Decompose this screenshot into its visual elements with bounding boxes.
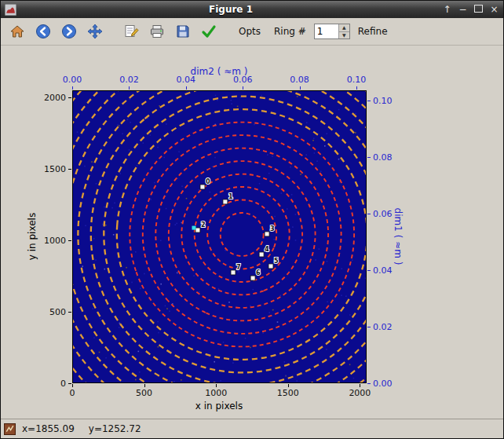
maximize-icon (474, 5, 483, 13)
tick-mark (356, 86, 357, 90)
plot-canvas[interactable]: 01234567 (72, 90, 367, 383)
tick-mark (360, 384, 360, 387)
svg-text:5: 5 (274, 258, 279, 265)
tick-label: 1500 (44, 163, 66, 174)
print-icon (149, 24, 165, 39)
tick-mark (72, 384, 73, 387)
ring-number-label: Ring # (268, 26, 312, 37)
svg-text:1: 1 (228, 193, 233, 200)
svg-text:4: 4 (265, 246, 269, 253)
tick-mark (186, 86, 187, 90)
figure-area[interactable]: 01234567 x in pixels y in pixels dim2 ( … (1, 46, 503, 419)
tick-mark (367, 270, 371, 271)
tick-mark (68, 97, 71, 98)
toolbar: Opts Ring # 1 ▲ ▼ Refine (1, 18, 503, 46)
tick-label: 0.00 (63, 75, 82, 85)
tick-label: 0.10 (347, 75, 367, 85)
ring-number-value[interactable]: 1 (315, 24, 338, 38)
window-controls: ↑ − × (442, 4, 499, 15)
tick-label: 0.08 (290, 75, 309, 85)
tick-label: 1000 (44, 235, 66, 245)
tick-mark (144, 384, 145, 387)
tick-mark (68, 169, 71, 170)
tick-label: 1000 (205, 388, 227, 398)
spin-buttons: ▲ ▼ (338, 24, 349, 38)
tick-label: 2000 (44, 92, 66, 102)
tick-mark (68, 312, 71, 313)
app-icon (5, 4, 16, 16)
shade-button[interactable]: ↑ (442, 4, 452, 15)
tick-label: 0.08 (373, 152, 393, 162)
tick-mark (68, 240, 71, 241)
tick-mark (367, 101, 371, 101)
refine-button[interactable]: Refine (352, 26, 393, 37)
svg-text:7: 7 (236, 264, 241, 271)
pan-icon (87, 24, 103, 39)
close-button[interactable]: × (489, 4, 499, 15)
tick-mark (243, 86, 243, 90)
forward-button[interactable] (57, 20, 81, 43)
figure-window: Figure 1 ↑ − × (0, 0, 504, 439)
ring-number-spinbox[interactable]: 1 ▲ ▼ (314, 24, 350, 39)
minimize-button[interactable]: − (458, 4, 468, 15)
tick-mark (367, 327, 371, 327)
edit-button[interactable] (119, 20, 143, 43)
tick-mark (288, 384, 289, 387)
status-icon (4, 423, 16, 435)
tick-label: 0 (60, 379, 66, 389)
tick-label: 0.00 (373, 379, 393, 389)
tick-label: 500 (49, 306, 66, 316)
tick-mark (367, 157, 371, 158)
tick-label: 500 (136, 388, 152, 398)
tick-label: 0 (70, 388, 75, 398)
svg-text:0: 0 (206, 178, 210, 185)
svg-text:3: 3 (270, 225, 275, 232)
tick-mark (367, 214, 371, 214)
svg-text:2: 2 (201, 221, 206, 229)
back-button[interactable] (31, 20, 55, 43)
tick-label: 0.02 (119, 75, 139, 85)
spin-down-button[interactable]: ▼ (339, 32, 349, 39)
save-button[interactable] (171, 20, 195, 43)
tick-label: 0.06 (373, 208, 393, 218)
tick-label: 0.10 (373, 95, 393, 105)
window-title: Figure 1 (20, 4, 442, 15)
titlebar[interactable]: Figure 1 ↑ − × (1, 1, 503, 18)
statusbar: x=1855.09 y=1252.72 (1, 419, 503, 438)
tick-label: 0.06 (233, 75, 253, 85)
spin-up-button[interactable]: ▲ (339, 24, 349, 32)
home-button[interactable] (5, 20, 29, 43)
maximize-button[interactable] (473, 4, 484, 15)
tick-mark (129, 86, 130, 90)
save-icon (175, 24, 191, 39)
svg-text:6: 6 (256, 269, 261, 276)
tick-label: 0.02 (373, 321, 393, 331)
tick-mark (68, 383, 71, 384)
tick-mark (367, 383, 371, 384)
tick-label: 0.04 (373, 265, 393, 275)
opts-button[interactable]: Opts (233, 26, 266, 37)
print-button[interactable] (145, 20, 169, 43)
tick-label: 0.04 (177, 75, 196, 85)
back-icon (35, 24, 51, 39)
check-icon (201, 24, 217, 39)
home-icon (9, 24, 25, 39)
tick-label: 1500 (277, 388, 299, 398)
cursor-y-readout: y=1252.72 (89, 423, 141, 434)
tick-label: 2000 (349, 388, 371, 398)
forward-icon (61, 24, 77, 39)
tick-mark (300, 86, 301, 90)
tick-mark (72, 86, 73, 90)
accept-button[interactable] (197, 20, 221, 43)
right-axis-label: dim1 ( ≈m ) (393, 208, 404, 265)
edit-icon (123, 24, 139, 39)
cursor-x-readout: x=1855.09 (22, 423, 75, 434)
x-axis-label: x in pixels (195, 401, 243, 412)
tick-mark (216, 384, 217, 387)
y-axis-label: y in pixels (27, 213, 38, 260)
pan-button[interactable] (83, 20, 107, 43)
